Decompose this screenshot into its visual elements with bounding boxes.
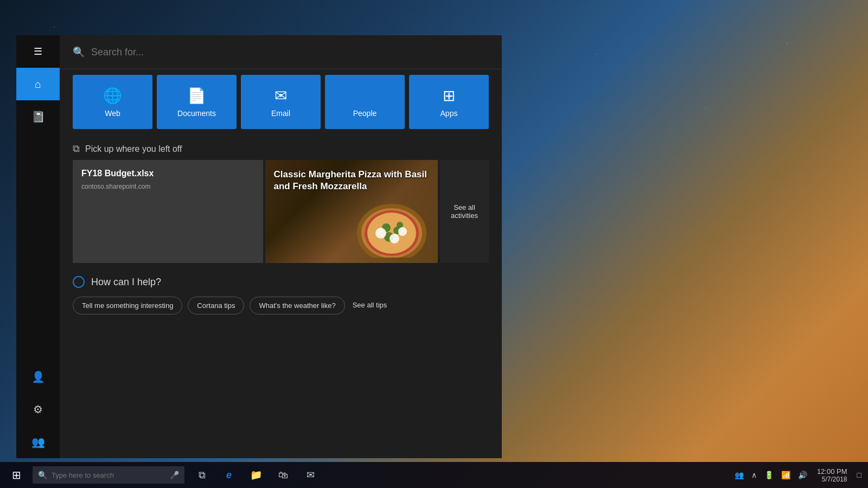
pizza-card-title: Classic Margherita Pizza with Basil and …: [274, 169, 438, 192]
mail-icon: ✉: [307, 469, 315, 481]
web-label: Web: [105, 109, 120, 118]
apps-icon: ⊞: [443, 87, 455, 105]
help-header: How can I help?: [73, 276, 489, 288]
category-documents-button[interactable]: 📄 Documents: [157, 75, 237, 129]
cortana-main-panel: 🔍 🌐 Web 📄 Documents ✉ Email 👤 People ⊞ A…: [60, 35, 502, 458]
user-icon: 👤: [31, 370, 45, 383]
web-icon: 🌐: [103, 87, 122, 105]
suggestion-chips: Tell me something interesting Cortana ti…: [73, 297, 489, 314]
notebook-icon: 📓: [31, 110, 45, 123]
people-icon: 👤: [355, 87, 374, 105]
category-web-button[interactable]: 🌐 Web: [73, 75, 152, 129]
see-all-activities-card[interactable]: See all activities: [440, 160, 489, 263]
sidebar-settings-button[interactable]: ⚙: [16, 393, 60, 426]
file-explorer-button[interactable]: 📁: [243, 462, 269, 488]
svg-point-10: [398, 227, 407, 236]
network-icon[interactable]: 📶: [779, 468, 793, 481]
edge-browser-button[interactable]: e: [216, 462, 242, 488]
taskbar-search-icon: 🔍: [38, 471, 47, 479]
feedback-icon: 👥: [31, 435, 45, 448]
chevron-up-icon[interactable]: ∧: [749, 468, 759, 481]
documents-icon: 📄: [187, 87, 206, 105]
cortana-sidebar: ☰ ⌂ 📓 👤 ⚙ 👥: [16, 35, 60, 458]
taskbar-system-tray: 👥 ∧ 🔋 📶 🔊 12:00 PM 5/7/2018 □: [732, 465, 868, 485]
pickup-title: Pick up where you left off: [85, 144, 182, 154]
hamburger-icon: ☰: [34, 46, 42, 57]
category-people-button[interactable]: 👤 People: [325, 75, 405, 129]
suggestion-interesting-button[interactable]: Tell me something interesting: [73, 297, 182, 314]
microphone-icon[interactable]: 🎤: [170, 471, 179, 479]
pizza-illustration: [356, 198, 427, 258]
mail-button[interactable]: ✉: [297, 462, 323, 488]
action-center-icon[interactable]: □: [855, 468, 864, 481]
people-taskbar-icon[interactable]: 👥: [732, 468, 746, 481]
excel-card-url: contoso.sharepoint.com: [81, 183, 254, 190]
edge-icon: e: [226, 470, 232, 481]
task-view-button[interactable]: ⧉: [189, 462, 215, 488]
search-bar: 🔍: [60, 35, 502, 69]
task-view-icon: ⧉: [199, 470, 206, 481]
pickup-icon: ⧉: [73, 143, 80, 155]
system-clock[interactable]: 12:00 PM 5/7/2018: [813, 465, 852, 485]
help-title: How can I help?: [91, 277, 161, 288]
start-button[interactable]: ⊞: [0, 462, 33, 488]
email-icon: ✉: [275, 87, 287, 105]
store-icon: 🛍: [278, 470, 288, 481]
suggestion-cortana-button[interactable]: Cortana tips: [188, 297, 244, 314]
apps-label: Apps: [441, 109, 458, 118]
excel-card-title: FY18 Budget.xlsx: [81, 169, 254, 178]
taskbar-pinned-icons: ⧉ e 📁 🛍 ✉: [189, 462, 323, 488]
search-input[interactable]: [91, 47, 489, 58]
email-label: Email: [271, 109, 290, 118]
svg-point-8: [375, 228, 386, 239]
people-label: People: [353, 109, 377, 118]
windows-logo-icon: ⊞: [12, 468, 21, 481]
settings-icon: ⚙: [33, 403, 43, 416]
excel-activity-card[interactable]: FY18 Budget.xlsx contoso.sharepoint.com: [73, 160, 263, 263]
store-button[interactable]: 🛍: [270, 462, 296, 488]
folder-icon: 📁: [250, 469, 262, 481]
battery-icon[interactable]: 🔋: [762, 468, 776, 481]
cortana-circle-icon: [73, 276, 85, 288]
sidebar-feedback-button[interactable]: 👥: [16, 426, 60, 458]
taskbar-search-input[interactable]: [52, 471, 160, 479]
svg-point-9: [390, 234, 399, 243]
see-all-tips-link[interactable]: See all tips: [350, 297, 390, 314]
volume-icon[interactable]: 🔊: [796, 468, 809, 481]
clock-date: 5/7/2018: [817, 476, 847, 483]
see-all-activities-label: See all activities: [446, 203, 482, 220]
home-icon: ⌂: [35, 78, 41, 91]
sidebar-user-button[interactable]: 👤: [16, 361, 60, 393]
category-apps-button[interactable]: ⊞ Apps: [409, 75, 489, 129]
taskbar: ⊞ 🔍 🎤 ⧉ e 📁 🛍 ✉ 👥 ∧ 🔋 📶 🔊 12:00 PM: [0, 462, 868, 488]
pizza-activity-card[interactable]: Classic Margherita Pizza with Basil and …: [265, 160, 438, 263]
documents-label: Documents: [177, 109, 216, 118]
taskbar-search-box[interactable]: 🔍 🎤: [33, 466, 184, 484]
help-section: How can I help? Tell me something intere…: [60, 263, 502, 321]
suggestion-weather-button[interactable]: What's the weather like?: [250, 297, 344, 314]
pickup-section-header: ⧉ Pick up where you left off: [60, 134, 502, 160]
search-icon: 🔍: [73, 46, 85, 58]
sidebar-home-button[interactable]: ⌂: [16, 68, 60, 100]
category-email-button[interactable]: ✉ Email: [241, 75, 321, 129]
category-buttons-row: 🌐 Web 📄 Documents ✉ Email 👤 People ⊞ App…: [60, 69, 502, 134]
menu-button[interactable]: ☰: [16, 35, 60, 68]
clock-time: 12:00 PM: [817, 467, 847, 476]
activity-cards-row: FY18 Budget.xlsx contoso.sharepoint.com …: [60, 160, 502, 263]
sidebar-notebook-button[interactable]: 📓: [16, 100, 60, 133]
